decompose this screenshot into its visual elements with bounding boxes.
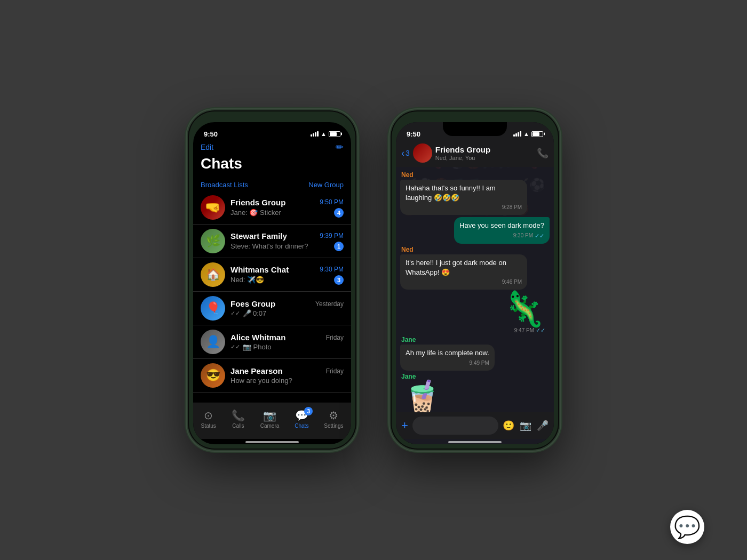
battery-icon xyxy=(329,131,340,137)
calls-tab-label: Calls xyxy=(232,423,244,429)
chat-preview-whitmans: Ned: ✈️😎 xyxy=(231,276,264,284)
message-input[interactable] xyxy=(412,417,498,435)
chats-subheader: Broadcast Lists New Group xyxy=(193,181,351,189)
left-phone: 9:50 ▲ xyxy=(187,109,357,451)
sticker-coffee: 🧋 xyxy=(402,381,442,412)
right-volume-down-btn[interactable] xyxy=(390,185,391,201)
check-out-1: ✓✓ xyxy=(535,232,544,240)
right-wifi-icon: ▲ xyxy=(523,131,529,137)
sticker-button[interactable]: 🙂 xyxy=(503,420,514,431)
wifi-icon: ▲ xyxy=(321,131,327,137)
avatar-jane: 😎 xyxy=(201,363,225,388)
tab-item-chats[interactable]: 💬 3 Chats xyxy=(295,409,308,429)
left-status-time: 9:50 xyxy=(204,130,218,138)
chat-list: 🤜 Friends Group 9:50 PM Jane: 🎯 Sticker … xyxy=(193,191,351,403)
chat-info-jane: Jane Pearson Friday How are you doing? xyxy=(231,366,344,385)
chat-badge-friends: 4 xyxy=(334,208,344,218)
msg-group-ned-1: Ned Hahaha that's so funny!! I am laughi… xyxy=(400,171,550,215)
power-btn[interactable] xyxy=(356,169,357,201)
tab-bar: ⊙ Status 📞 Calls 📷 Camera 💬 3 Chats xyxy=(193,403,351,439)
tab-item-camera[interactable]: 📷 Camera xyxy=(260,409,280,429)
chat-item-friends-group[interactable]: 🤜 Friends Group 9:50 PM Jane: 🎯 Sticker … xyxy=(193,191,351,225)
whatsapp-logo: 💬 xyxy=(670,510,704,544)
bubble-text-ned-1: Hahaha that's so funny!! I am laughing 🤣… xyxy=(406,184,496,202)
chat-item-alice-whitman[interactable]: 👤 Alice Whitman Friday ✓✓ 📷 Photo xyxy=(193,325,351,359)
signal-bar-1 xyxy=(311,134,312,137)
chat-header-name: Friends Group xyxy=(435,145,534,155)
chat-item-jane-pearson[interactable]: 😎 Jane Pearson Friday How are you doing? xyxy=(193,359,351,393)
chat-row1-friends: Friends Group 9:50 PM xyxy=(231,198,344,207)
chat-name-friends: Friends Group xyxy=(231,198,285,207)
rsb1 xyxy=(513,134,515,137)
home-indicator-left xyxy=(245,441,299,443)
chat-time-alice: Friday xyxy=(326,334,344,341)
right-status-icons: ▲ xyxy=(513,131,543,137)
chat-header-members: Ned, Jane, You xyxy=(435,155,534,161)
chat-item-whitmans[interactable]: 🏠 Whitmans Chat 9:30 PM Ned: ✈️😎 3 xyxy=(193,258,351,292)
messages-area: Ned Hahaha that's so funny!! I am laughi… xyxy=(396,167,554,412)
chat-row2-friends: Jane: 🎯 Sticker 4 xyxy=(231,208,344,218)
input-bar: + 🙂 📷 🎤 xyxy=(396,412,554,439)
bubble-time-jane-1: 9:49 PM xyxy=(406,359,489,367)
chat-name-whitmans: Whitmans Chat xyxy=(231,265,289,274)
silent-btn[interactable] xyxy=(187,158,188,172)
rsb2 xyxy=(515,133,517,137)
alice-preview: ✓✓ 📷 Photo xyxy=(231,343,272,351)
chat-item-foes-group[interactable]: 🎈 Foes Group Yesterday ✓✓ 🎤 xyxy=(193,292,351,325)
chat-time-jane: Friday xyxy=(326,367,344,375)
right-phone-screen: 🎵🎵🎮🎮🎸🎸⚽🎵🎵🎮🎮🎸⚽🏀🎵🎵🎮🎸🎸⚽🏀🎵🎵🎮🎮🎸⚽🏀🎵🎵🎮🎸🎸⚽🏀 9:50 xyxy=(396,122,554,444)
chat-time-stewart: 9:39 PM xyxy=(320,232,344,239)
avatar-emoji: 🤜 xyxy=(205,200,221,215)
tab-item-status[interactable]: ⊙ Status xyxy=(201,409,216,429)
chat-header-avatar xyxy=(413,143,432,163)
chat-time-whitmans: 9:30 PM xyxy=(320,266,344,273)
chat-item-stewart-family[interactable]: 🌿 Stewart Family 9:39 PM Steve: What's f… xyxy=(193,225,351,258)
right-silent-btn[interactable] xyxy=(390,158,391,172)
battery-fill xyxy=(330,132,337,136)
chat-row1-jane: Jane Pearson Friday xyxy=(231,366,344,375)
compose-button[interactable]: ✏ xyxy=(336,141,344,153)
settings-tab-icon: ⚙ xyxy=(329,409,338,422)
signal-bar-3 xyxy=(315,132,316,137)
foes-duration: 0:07 xyxy=(253,309,266,317)
bubble-ned-1: Hahaha that's so funny!! I am laughing 🤣… xyxy=(400,180,527,215)
chat-info-alice: Alice Whitman Friday ✓✓ 📷 Photo xyxy=(231,333,344,351)
settings-tab-label: Settings xyxy=(324,423,343,429)
add-attachment-button[interactable]: + xyxy=(401,419,408,433)
chat-row2-jane: How are you doing? xyxy=(231,377,344,385)
chat-info-foes: Foes Group Yesterday ✓✓ 🎤 0:07 xyxy=(231,299,344,317)
edit-button[interactable]: Edit xyxy=(201,143,213,151)
chat-row1-whitmans: Whitmans Chat 9:30 PM xyxy=(231,265,344,274)
avatar-alice: 👤 xyxy=(201,330,225,354)
time-ned-2: 9:46 PM xyxy=(502,278,522,286)
right-power-btn[interactable] xyxy=(559,169,560,201)
mic-button[interactable]: 🎤 xyxy=(537,420,549,431)
signal-bars xyxy=(311,131,319,137)
left-phone-screen: 9:50 ▲ xyxy=(193,122,351,444)
avatar-friends-group: 🤜 xyxy=(201,195,225,220)
camera-button[interactable]: 📷 xyxy=(520,420,531,431)
broadcast-lists-button[interactable]: Broadcast Lists xyxy=(201,181,248,189)
avatar-emoji-foes: 🎈 xyxy=(206,301,220,315)
right-battery-fill xyxy=(533,132,539,136)
sender-label-jane-1: Jane xyxy=(400,336,416,343)
chat-name-foes: Foes Group xyxy=(231,299,275,308)
back-chevron-icon: ‹ xyxy=(401,148,404,159)
alice-preview-text: 📷 Photo xyxy=(243,343,272,351)
back-button[interactable]: ‹ 3 xyxy=(401,148,410,159)
bubble-text-ned-2: It's here!! I just got dark mode on What… xyxy=(406,259,506,276)
avatar-emoji-jane: 😎 xyxy=(206,369,220,382)
tab-item-settings[interactable]: ⚙ Settings xyxy=(324,409,343,429)
volume-down-btn[interactable] xyxy=(187,185,188,201)
new-group-button[interactable]: New Group xyxy=(308,181,344,189)
whatsapp-icon: 💬 xyxy=(670,510,704,544)
right-phone: 🎵🎵🎮🎮🎸🎸⚽🎵🎵🎮🎮🎸⚽🏀🎵🎵🎮🎸🎸⚽🏀🎵🎵🎮🎮🎸⚽🏀🎵🎵🎮🎸🎸⚽🏀 9:50 xyxy=(390,109,560,451)
chat-badge-whitmans: 3 xyxy=(334,275,344,285)
avatar-emoji-whitmans: 🏠 xyxy=(206,268,220,282)
chat-row1-stewart: Stewart Family 9:39 PM xyxy=(231,231,344,241)
chat-header-call-icon[interactable]: 📞 xyxy=(537,147,549,159)
chat-row2-whitmans: Ned: ✈️😎 3 xyxy=(231,275,344,285)
avatar-emoji-stewart: 🌿 xyxy=(206,234,220,248)
tab-item-calls[interactable]: 📞 Calls xyxy=(232,409,245,429)
chats-screen: 9:50 ▲ xyxy=(193,122,351,444)
